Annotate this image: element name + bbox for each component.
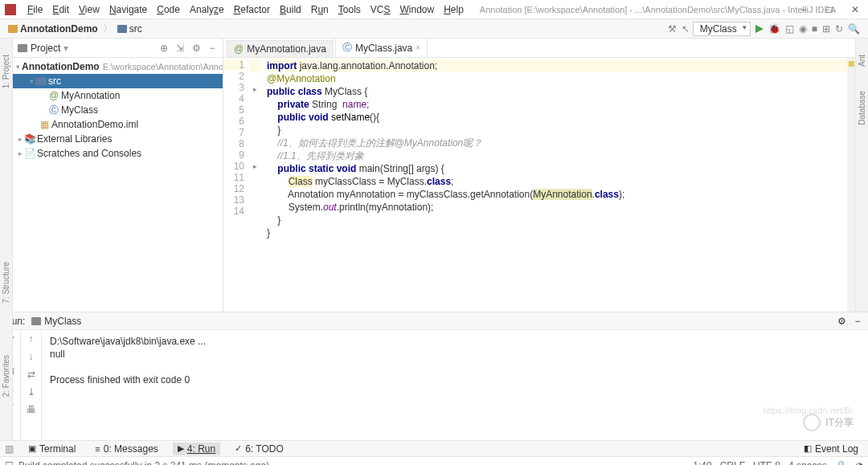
indent[interactable]: 4 spaces xyxy=(788,460,827,466)
tab-todo[interactable]: ✓ 6: TODO xyxy=(230,443,289,455)
minimize-button[interactable]: − xyxy=(791,0,817,19)
warning-mark[interactable] xyxy=(849,61,854,67)
run-config-dropdown[interactable]: MyClass xyxy=(693,22,751,36)
menubar: File Edit View Navigate Code Analyze Ref… xyxy=(0,0,868,19)
tab-myclass[interactable]: ⒸMyClass.java× xyxy=(335,38,428,57)
coverage-button[interactable]: ◱ xyxy=(785,23,794,35)
run-pane: Run: MyClass ⚙ − ■ ⊞ ⎘ 🗑 » ↑ ↓ ⇄ ⤓ 🖶 D:\… xyxy=(0,312,868,440)
watermark: IT分享 xyxy=(803,414,854,431)
down-icon[interactable]: ↓ xyxy=(29,351,34,362)
console-output[interactable]: D:\Software\java\jdk8\bin\java.exe ... n… xyxy=(42,330,868,440)
lock-icon[interactable]: 🔒 xyxy=(835,460,847,466)
status-bar: ☐ Build completed successfully in 2 s 24… xyxy=(0,456,868,465)
line-gutter: 1234567891011121314 xyxy=(223,58,249,312)
tool-window-icon[interactable]: ▥ xyxy=(5,443,14,455)
search-icon[interactable]: 🔍 xyxy=(848,23,860,35)
tab-myannotation[interactable]: @MyAnnotation.java xyxy=(227,40,334,57)
tab-eventlog[interactable]: ◧ Event Log xyxy=(799,443,863,455)
run-header: Run: MyClass ⚙ − xyxy=(0,312,868,330)
breadcrumb-src[interactable]: src xyxy=(114,23,145,35)
stop-button[interactable]: ■ xyxy=(812,23,817,35)
tab-messages[interactable]: ≡ 0: Messages xyxy=(90,443,162,455)
menu-vcs[interactable]: VCS xyxy=(366,2,395,17)
main-area: 1: Project 7: Structure Project▾ ⊕ ⇲ ⚙ −… xyxy=(0,39,868,312)
collapse-icon[interactable]: ⇲ xyxy=(174,43,186,54)
breadcrumb-root[interactable]: AnnotationDemo xyxy=(5,23,101,35)
debug-button[interactable]: 🐞 xyxy=(768,23,780,35)
rail-structure[interactable]: 7: Structure xyxy=(2,262,10,304)
menu-code[interactable]: Code xyxy=(152,2,185,17)
menu-refactor[interactable]: Refactor xyxy=(229,2,275,17)
scroll-icon[interactable]: ⤓ xyxy=(27,386,35,398)
profile-button[interactable]: ◉ xyxy=(799,23,807,35)
menu-build[interactable]: Build xyxy=(275,2,306,17)
bottom-tabs: ▥ ▣ Terminal ≡ 0: Messages ▶ 4: Run ✓ 6:… xyxy=(0,440,868,456)
tree-src[interactable]: ▾src xyxy=(13,74,223,88)
code-content[interactable]: import java.lang.annotation.Annotation;@… xyxy=(260,58,847,312)
tree-ext-lib[interactable]: ▸📚External Libraries xyxy=(13,132,223,146)
code-editor[interactable]: 1234567891011121314 ▸▸ import java.lang.… xyxy=(223,58,855,312)
locate-icon[interactable]: ⊕ xyxy=(158,43,170,54)
tab-terminal[interactable]: ▣ Terminal xyxy=(23,443,80,455)
menu-help[interactable]: Help xyxy=(439,2,469,17)
rail-database[interactable]: Database xyxy=(858,91,866,125)
menu-navigate[interactable]: Navigate xyxy=(104,2,152,17)
error-strip[interactable] xyxy=(847,58,855,312)
editor-area: @MyAnnotation.java ⒸMyClass.java× 123456… xyxy=(223,39,855,312)
maximize-button[interactable]: □ xyxy=(817,0,842,19)
print-icon[interactable]: 🖶 xyxy=(27,404,36,415)
watermark-icon xyxy=(803,414,821,431)
breadcrumb-sep: 〉 xyxy=(103,22,113,35)
tree-scratch[interactable]: ▸📄Scratches and Consoles xyxy=(13,146,223,161)
up-icon[interactable]: ↑ xyxy=(29,333,34,345)
gear-icon[interactable]: ⚙ xyxy=(836,316,847,327)
project-pane: Project▾ ⊕ ⇲ ⚙ − ▾AnnotationDemoE:\works… xyxy=(13,39,223,312)
run-button[interactable] xyxy=(755,25,764,33)
status-message: Build completed successfully in 2 s 241 … xyxy=(18,460,269,466)
close-button[interactable]: ✕ xyxy=(842,0,868,19)
menu-analyze[interactable]: Analyze xyxy=(185,2,229,17)
pane-title-text: Project xyxy=(31,43,60,54)
menu-run[interactable]: Run xyxy=(306,2,334,17)
rail-ant[interactable]: Ant xyxy=(858,55,866,67)
hammer-icon[interactable]: ⚒ xyxy=(668,23,677,35)
hide-icon[interactable]: − xyxy=(852,316,863,327)
menu-view[interactable]: View xyxy=(74,2,104,17)
encoding[interactable]: UTF-8 xyxy=(753,460,780,466)
tree-file[interactable]: @MyAnnotation xyxy=(13,88,223,103)
tree-file[interactable]: ⒸMyClass xyxy=(13,103,223,117)
project-tree: ▾AnnotationDemoE:\workspace\Annotation\A… xyxy=(13,58,223,162)
menu-edit[interactable]: Edit xyxy=(47,2,74,17)
right-rail: Ant Database xyxy=(855,39,868,312)
nav-back-icon[interactable]: ↖ xyxy=(682,23,690,35)
tree-root[interactable]: ▾AnnotationDemoE:\workspace\Annotation\A… xyxy=(13,59,223,74)
rail-favorites[interactable]: 2: Favorites xyxy=(2,355,10,397)
tree-file[interactable]: ▦AnnotationDemo.iml xyxy=(13,117,223,132)
svg-marker-0 xyxy=(755,25,764,33)
menu-tools[interactable]: Tools xyxy=(334,2,366,17)
left-rail-lower: 2: Favorites xyxy=(0,312,13,440)
left-rail: 1: Project 7: Structure xyxy=(0,39,13,312)
run-tool-col-2: ↑ ↓ ⇄ ⤓ 🖶 xyxy=(21,330,42,440)
window-title: Annotation [E:\workspace\Annotation] - .… xyxy=(480,5,836,14)
breadcrumb-bar: AnnotationDemo 〉 src ⚒ ↖ MyClass 🐞 ◱ ◉ ■… xyxy=(0,19,868,39)
tool-icon-2[interactable]: ↻ xyxy=(835,23,843,35)
editor-tabs: @MyAnnotation.java ⒸMyClass.java× xyxy=(223,39,855,58)
gear-icon[interactable]: ⚙ xyxy=(190,43,202,54)
status-icon: ☐ xyxy=(5,460,14,466)
tab-run[interactable]: ▶ 4: Run xyxy=(173,443,220,455)
project-header: Project▾ ⊕ ⇲ ⚙ − xyxy=(13,39,223,58)
tool-icon-1[interactable]: ⊞ xyxy=(822,23,830,35)
rail-project[interactable]: 1: Project xyxy=(2,55,10,88)
gutter-marks: ▸▸ xyxy=(249,58,260,312)
menu-file[interactable]: File xyxy=(23,2,47,17)
hide-icon[interactable]: − xyxy=(207,43,218,54)
wrap-icon[interactable]: ⇄ xyxy=(27,369,35,380)
line-sep[interactable]: CRLF xyxy=(720,460,745,466)
run-config-name: MyClass xyxy=(44,316,81,327)
app-icon xyxy=(5,4,16,15)
inspector-icon[interactable]: ◔ xyxy=(855,460,863,466)
menu-window[interactable]: Window xyxy=(395,2,439,17)
close-icon[interactable]: × xyxy=(416,43,420,52)
cursor-position[interactable]: 1:40 xyxy=(693,460,711,466)
